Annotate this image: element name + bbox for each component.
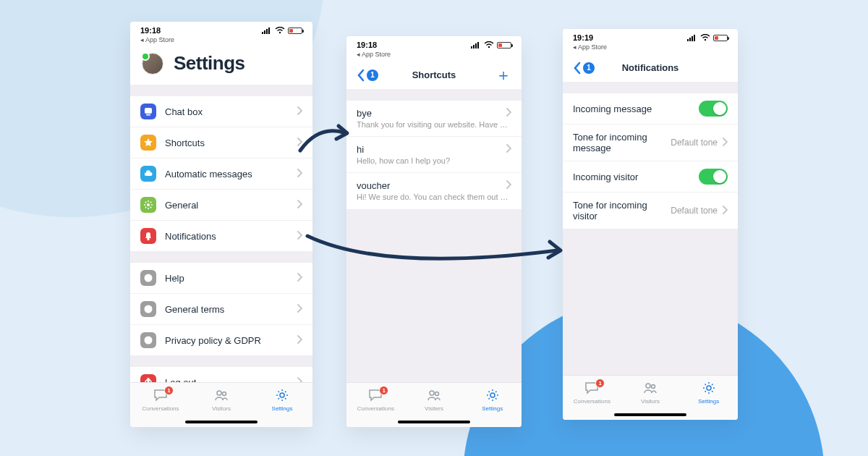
shortcut-row-voucher[interactable]: voucher Hi! We sure do. You can check th…	[346, 173, 522, 209]
settings-row-general[interactable]: General	[130, 190, 312, 221]
tab-visitors[interactable]: Visitors	[621, 376, 680, 410]
tab-conversations[interactable]: 1 Conversations	[346, 383, 405, 417]
flow-arrow-1	[297, 122, 354, 158]
home-indicator[interactable]	[346, 417, 522, 427]
status-icons	[262, 27, 302, 34]
notif-row-tone-for-incoming-message[interactable]: Tone for incoming message Default tone	[563, 124, 738, 161]
avatar[interactable]	[142, 53, 163, 75]
gear-icon	[140, 197, 156, 213]
home-indicator[interactable]	[130, 417, 312, 427]
svg-point-22	[223, 392, 226, 395]
svg-rect-2	[266, 29, 268, 34]
chevron-right-icon	[297, 231, 302, 242]
tab-settings[interactable]: Settings	[679, 376, 738, 410]
tab-settings[interactable]: Settings	[252, 383, 312, 417]
notif-row-incoming-message[interactable]: Incoming message	[563, 93, 738, 124]
tab-conversations[interactable]: 1 Conversations	[563, 376, 621, 410]
battery-icon	[288, 28, 302, 34]
wifi-icon	[700, 34, 710, 41]
chat-icon: 1	[368, 389, 383, 405]
chevron-right-icon	[297, 106, 302, 117]
settings-row-help[interactable]: ? Help	[130, 263, 312, 294]
row-label: Tone for incoming visitor	[573, 200, 671, 221]
tab-conversations[interactable]: 1 Conversations	[130, 383, 191, 417]
settings-row-privacy-policy-gdpr[interactable]: Privacy policy & GDPR	[130, 325, 312, 355]
shortcut-row-hi[interactable]: hi Hello, how can I help you?	[346, 137, 522, 173]
svg-point-39	[707, 386, 711, 390]
back-to-appstore[interactable]: ◂ App Store	[130, 36, 312, 46]
chat-icon: 1	[584, 381, 599, 397]
status-time: 19:18	[357, 41, 377, 49]
shortcut-preview: Hi! We sure do. You can check them out a…	[357, 193, 511, 202]
settings-row-notifications[interactable]: Notifications	[130, 221, 312, 251]
settings-row-general-terms[interactable]: General terms	[130, 294, 312, 325]
row-label: Incoming visitor	[573, 172, 699, 182]
svg-rect-1	[264, 30, 265, 34]
nav-header: 1 Shortcuts ＋	[346, 61, 522, 90]
add-button[interactable]: ＋	[495, 67, 511, 83]
settings-row-chat-box[interactable]: Chat box	[130, 96, 312, 127]
svg-point-36	[705, 39, 706, 41]
home-indicator[interactable]	[563, 410, 738, 420]
wifi-icon	[484, 41, 494, 48]
svg-point-23	[280, 393, 284, 397]
tab-badge: 1	[379, 386, 388, 395]
back-to-appstore[interactable]: ◂ App Store	[563, 43, 738, 54]
svg-point-29	[430, 391, 434, 395]
gear-icon	[702, 381, 715, 397]
notif-row-tone-for-incoming-visitor[interactable]: Tone for incoming visitor Default tone	[563, 193, 738, 229]
toggle-switch[interactable]	[699, 101, 728, 117]
chevron-right-icon	[297, 377, 302, 383]
status-time: 19:19	[573, 33, 593, 42]
row-label: General	[165, 200, 297, 211]
row-label: Notifications	[165, 231, 297, 242]
back-to-appstore[interactable]: ◂ App Store	[346, 51, 522, 61]
visitors-icon	[214, 389, 229, 405]
status-bar: 19:18	[346, 36, 522, 51]
settings-row-automatic-messages[interactable]: Automatic messages	[130, 159, 312, 190]
doc-icon	[140, 332, 156, 348]
page-title: Settings	[174, 52, 245, 75]
cellular-icon	[262, 27, 272, 34]
tab-badge: 1	[164, 386, 174, 395]
shortcut-preview: Hello, how can I help you?	[357, 156, 511, 165]
phone-settings: 19:18 ◂ App Store Settings Chat box Shor…	[130, 22, 312, 427]
settings-row-log-out[interactable]: Log out	[130, 367, 312, 382]
chevron-right-icon	[506, 144, 511, 155]
nav-title: Notifications	[563, 62, 738, 73]
svg-rect-34	[692, 36, 693, 41]
svg-point-31	[490, 393, 495, 397]
phone-notifications: 19:19 ◂ App Store 1 Notifications Incomi…	[563, 29, 738, 420]
chevron-right-icon	[297, 273, 302, 284]
svg-point-37	[646, 384, 650, 388]
cellular-icon	[687, 34, 697, 41]
tab-visitors[interactable]: Visiters	[405, 383, 464, 417]
settings-row-shortcuts[interactable]: Shortcuts	[130, 127, 312, 159]
star-icon	[140, 135, 156, 151]
gear-icon	[486, 389, 499, 405]
toggle-switch[interactable]	[699, 169, 728, 185]
svg-rect-6	[146, 114, 150, 116]
notif-row-incoming-visitor[interactable]: Incoming visitor	[563, 161, 738, 193]
row-label: Tone for incoming message	[573, 132, 671, 153]
shortcut-preview: Thank you for visiting our website. Have…	[357, 120, 511, 129]
svg-point-38	[652, 384, 655, 388]
battery-icon	[497, 42, 511, 48]
svg-rect-35	[694, 35, 695, 41]
svg-rect-12	[147, 308, 150, 308]
chevron-right-icon	[506, 108, 511, 119]
tab-visitors[interactable]: Visitors	[191, 383, 252, 417]
row-value: Default tone	[671, 138, 718, 148]
tab-bar: 1 Conversations Visiters Settings	[346, 382, 522, 417]
power-icon	[140, 374, 156, 382]
tab-bar: 1 Conversations Visitors Settings	[130, 382, 312, 417]
chevron-right-icon	[722, 138, 728, 148]
gear-icon	[276, 389, 289, 405]
tab-settings[interactable]: Settings	[463, 383, 522, 417]
chevron-right-icon	[297, 304, 302, 315]
svg-point-4	[279, 32, 281, 33]
chevron-right-icon	[506, 180, 511, 191]
status-bar: 19:19	[563, 29, 738, 43]
shortcut-row-bye[interactable]: bye Thank you for visiting our website. …	[346, 101, 522, 137]
wifi-icon	[275, 27, 285, 34]
